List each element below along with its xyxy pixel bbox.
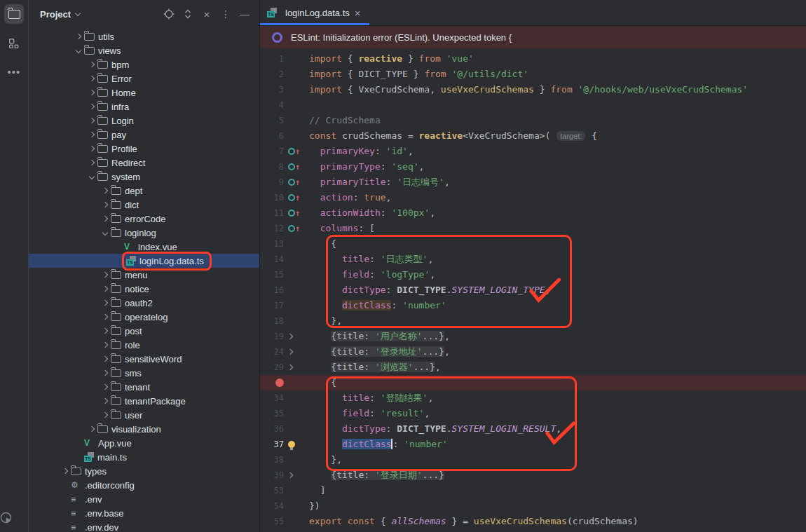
folded-region[interactable]: {title: '登录地址'...} [331, 346, 444, 357]
line-number[interactable]: 37 [260, 437, 284, 452]
line-number[interactable]: 29 [260, 360, 284, 375]
code-line[interactable]: 12↑ columns: [ [260, 221, 806, 236]
tree-item--env-base[interactable]: ≡.env.base [29, 506, 259, 520]
line-number[interactable]: 34 [260, 390, 284, 406]
code-line[interactable]: 4 [260, 97, 806, 113]
chevron-right-icon[interactable] [102, 188, 108, 193]
chevron-right-icon[interactable] [89, 62, 95, 67]
line-number[interactable]: 8 [260, 159, 284, 175]
tree-item-oauth2[interactable]: oauth2 [29, 296, 259, 310]
chevron-right-icon[interactable] [102, 216, 108, 221]
chevron-right-icon[interactable] [102, 300, 108, 306]
code-line[interactable]: 7↑ primaryKey: 'id', [260, 144, 806, 159]
tree-item-tenantpackage[interactable]: tenantPackage [29, 394, 259, 408]
project-tool-button[interactable] [4, 4, 24, 24]
line-number[interactable]: 5 [260, 113, 284, 128]
tree-item--editorconfig[interactable]: ⚙.editorconfig [29, 478, 259, 492]
chevron-right-icon[interactable] [102, 384, 108, 390]
line-number[interactable]: 38 [260, 452, 284, 468]
line-number[interactable]: 9 [260, 175, 284, 190]
folded-region[interactable]: {title: '浏览器'...} [331, 362, 435, 372]
chevron-right-icon[interactable] [102, 286, 108, 292]
chevron-right-icon[interactable] [89, 118, 95, 123]
collapse-all-button[interactable]: × [200, 8, 213, 20]
tree-item-notice[interactable]: notice [29, 282, 259, 296]
tree-item-redirect[interactable]: Redirect [29, 156, 259, 170]
line-number[interactable]: 2 [260, 67, 284, 82]
tree-item-post[interactable]: post [29, 324, 259, 338]
tree-item-app-vue[interactable]: VApp.vue [29, 436, 259, 450]
code-line[interactable]: 16 dictType: DICT_TYPE.SYSTEM_LOGIN_TYPE… [260, 282, 806, 298]
tree-item-types[interactable]: types [29, 464, 259, 478]
code-line[interactable]: 39 {title: '登录日期'...} [260, 468, 806, 483]
chevron-right-icon[interactable] [102, 398, 108, 404]
pie-chart-tool-button[interactable] [0, 512, 28, 524]
code-line[interactable]: 35 field: 'result', [260, 406, 806, 421]
line-number[interactable]: 16 [260, 282, 284, 298]
tree-item-role[interactable]: role [29, 338, 259, 352]
code-line[interactable]: 38 }, [260, 452, 806, 468]
chevron-right-icon[interactable] [89, 132, 95, 137]
tree-item-dept[interactable]: dept [29, 184, 259, 198]
code-line[interactable]: 17 dictClass: 'number' [260, 298, 806, 313]
chevron-right-icon[interactable] [89, 146, 95, 151]
tree-item-errorcode[interactable]: errorCode [29, 212, 259, 226]
line-number[interactable]: 54 [260, 498, 284, 514]
chevron-right-icon[interactable] [102, 314, 108, 320]
line-number[interactable]: 15 [260, 267, 284, 282]
chevron-right-icon[interactable] [102, 272, 108, 278]
line-number[interactable]: 1 [260, 51, 284, 67]
tree-item-visualization[interactable]: visualization [29, 422, 259, 436]
options-menu-button[interactable]: ⋮ [219, 8, 232, 20]
tree-item-infra[interactable]: infra [29, 100, 259, 114]
line-number[interactable]: 17 [260, 298, 284, 313]
chevron-right-icon[interactable] [62, 468, 68, 474]
chevron-right-icon[interactable] [89, 76, 95, 81]
line-number[interactable]: 24 [260, 344, 284, 360]
folded-region[interactable]: {title: '登录日期'...} [331, 470, 444, 480]
code-line[interactable]: 19 {title: '用户名称'...}, [260, 329, 806, 344]
code-line[interactable]: 29 {title: '浏览器'...}, [260, 360, 806, 375]
structure-tool-button[interactable] [4, 34, 24, 53]
tree-item-user[interactable]: user [29, 408, 259, 422]
code-line[interactable]: 6const crudSchemas = reactive<VxeCrudSch… [260, 128, 806, 144]
line-number[interactable]: 13 [260, 236, 284, 252]
chevron-right-icon[interactable] [102, 412, 108, 418]
line-number[interactable]: 11 [260, 205, 284, 221]
line-number[interactable]: 12 [260, 221, 284, 236]
line-number[interactable]: 6 [260, 128, 284, 144]
folded-region[interactable]: {title: '用户名称'...} [331, 331, 444, 341]
line-number[interactable]: 4 [260, 97, 284, 113]
chevron-right-icon[interactable] [102, 370, 108, 376]
line-number[interactable]: 36 [260, 421, 284, 437]
code-line[interactable]: 1import { reactive } from 'vue' [260, 51, 806, 67]
tree-item-views[interactable]: views [29, 43, 259, 57]
line-number[interactable]: 7 [260, 144, 284, 159]
code-line[interactable]: 34 title: '登陆结果', [260, 390, 806, 406]
code-line[interactable]: 15 field: 'logType', [260, 267, 806, 282]
code-line[interactable]: 10↑ action: true, [260, 190, 806, 205]
code-line[interactable]: 36 dictType: DICT_TYPE.SYSTEM_LOGIN_RESU… [260, 421, 806, 437]
close-icon[interactable]: × [355, 8, 361, 18]
chevron-down-icon[interactable] [76, 48, 81, 53]
tree-item-pay[interactable]: pay [29, 128, 259, 142]
tree-item-menu[interactable]: menu [29, 268, 259, 282]
tree-item-profile[interactable]: Profile [29, 142, 259, 156]
project-title[interactable]: Project [40, 9, 71, 20]
code-line[interactable]: 11↑ actionWidth: '100px', [260, 205, 806, 221]
tree-item-loginlog-data-ts[interactable]: TSloginLog.data.ts [29, 254, 259, 268]
code-line[interactable]: 2import { DICT_TYPE } from '@/utils/dict… [260, 67, 806, 82]
tree-item-operatelog[interactable]: operatelog [29, 310, 259, 324]
tab-loginlog-data-ts[interactable]: TS loginLog.data.ts × [260, 0, 369, 25]
tree-item-sms[interactable]: sms [29, 366, 259, 380]
line-number[interactable]: 39 [260, 468, 284, 483]
tree-item--env-dev[interactable]: ≡.env.dev [29, 520, 259, 532]
code-line[interactable]: 13 { [260, 236, 806, 252]
line-number[interactable]: 3 [260, 82, 284, 97]
chevron-right-icon[interactable] [76, 34, 81, 39]
tree-item-home[interactable]: Home [29, 86, 259, 100]
code-line[interactable]: 53 ] [260, 483, 806, 498]
breakpoint-icon[interactable] [275, 378, 284, 387]
tree-item-login[interactable]: Login [29, 114, 259, 128]
code-line[interactable]: 8↑ primaryType: 'seq', [260, 159, 806, 175]
